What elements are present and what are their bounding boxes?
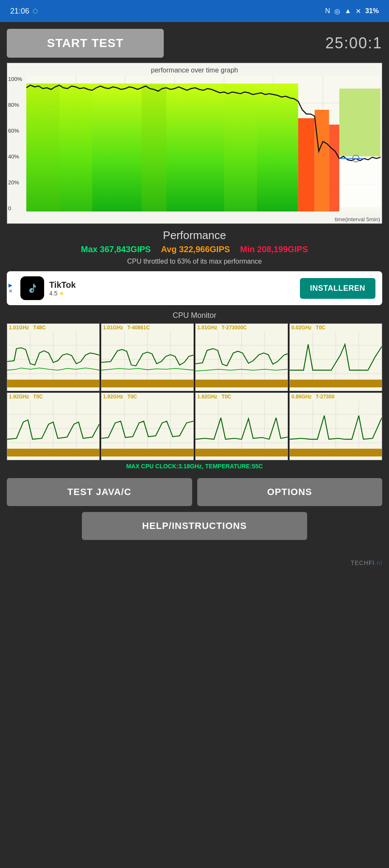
cpu-cell-2-header: 1.01GHz T-40861C	[103, 325, 150, 331]
cpu-cell-1-graph	[7, 331, 99, 387]
footer: TECHFI.nl	[0, 555, 389, 570]
signal-x-icon: ✕	[355, 7, 361, 15]
ad-arrow-icon: ▶✕	[8, 282, 13, 294]
cpu-cell-8-freq: 0.86GHz	[291, 394, 311, 400]
footer-tld: .nl	[375, 559, 382, 566]
cpu-cell-6-graph	[101, 401, 193, 456]
cpu-monitor-title: CPU Monitor	[7, 311, 382, 320]
cpu-cell-6-temp: T0C	[127, 394, 137, 400]
svg-rect-63	[7, 449, 99, 456]
status-left: 21:06 ⬡	[10, 7, 38, 16]
cpu-cell-3-graph	[196, 331, 288, 387]
cpu-grid: 1.01GHz T48C	[7, 323, 382, 460]
top-row: START TEST 25:00:1	[7, 29, 382, 58]
svg-rect-39	[101, 380, 193, 387]
svg-rect-31	[7, 380, 99, 387]
y-label-40: 40%	[8, 153, 22, 160]
bottom-buttons-row: TEST JAVA/C OPTIONS	[7, 478, 382, 506]
cpu-cell-8: 0.86GHz T-27300	[289, 392, 382, 460]
cpu-cell-8-header: 0.86GHz T-27300	[291, 394, 334, 400]
options-button[interactable]: OPTIONS	[197, 478, 383, 506]
help-instructions-button[interactable]: HELP/INSTRUCTIONS	[82, 512, 307, 540]
cpu-cell-7: 1.92GHz T0C	[195, 392, 288, 460]
cpu-cell-8-graph	[290, 401, 382, 456]
max-cpu-info: MAX CPU CLOCK:3.18GHz, TEMPERATURE:55C	[7, 460, 382, 472]
cpu-cell-2-temp: T-40861C	[127, 325, 150, 331]
cpu-cell-3-header: 1.01GHz T-273000C	[197, 325, 247, 331]
footer-brand: TECHFI	[351, 559, 375, 566]
start-test-button[interactable]: START TEST	[7, 29, 164, 58]
location-icon: ◎	[334, 7, 340, 15]
svg-rect-13	[59, 86, 92, 211]
cpu-cell-4-freq: 0.02GHz	[291, 325, 311, 331]
svg-rect-71	[101, 449, 193, 456]
cpu-cell-3: 1.01GHz T-273000C	[195, 323, 288, 391]
performance-graph: performance over time graph 100% 80% 60%…	[7, 63, 382, 224]
cpu-cell-1: 1.01GHz T48C	[7, 323, 100, 391]
performance-graph-svg	[26, 76, 381, 211]
svg-rect-17	[315, 110, 329, 211]
cpu-cell-2: 1.01GHz T-40861C	[101, 323, 194, 391]
y-label-20: 20%	[8, 179, 22, 186]
cpu-cell-7-freq: 1.92GHz	[197, 394, 217, 400]
cpu-cell-5-header: 1.92GHz T0C	[9, 394, 43, 400]
tiktok-icon	[20, 276, 44, 300]
cpu-cell-6-freq: 1.92GHz	[103, 394, 123, 400]
cpu-cell-1-temp: T48C	[33, 325, 45, 331]
y-label-0: 0	[8, 205, 22, 211]
install-button[interactable]: INSTALLEREN	[300, 278, 375, 299]
main-content: START TEST 25:00:1 performance over time…	[0, 22, 389, 555]
cpu-cell-8-temp: T-27300	[316, 394, 334, 400]
cpu-cell-5-temp: T0C	[33, 394, 43, 400]
ad-info: TikTok 4.5 ★	[49, 280, 76, 297]
cpu-cell-2-graph	[101, 331, 193, 387]
cpu-cell-3-freq: 1.01GHz	[197, 325, 217, 331]
svg-rect-16	[298, 118, 315, 211]
test-java-c-button[interactable]: TEST JAVA/C	[7, 478, 192, 506]
cpu-cell-6: 1.92GHz T0C	[101, 392, 194, 460]
throttle-text: CPU throttled to 63% of its max performa…	[7, 258, 382, 265]
graph-y-labels: 100% 80% 60% 40% 20% 0	[8, 76, 22, 211]
status-bar: 21:06 ⬡ N ◎ ▲ ✕ 31%	[0, 0, 389, 22]
status-time: 21:06	[10, 7, 29, 16]
nfc-icon: N	[325, 7, 330, 15]
cpu-cell-7-graph	[196, 401, 288, 456]
cpu-monitor-section: CPU Monitor 1.01GHz T48C	[7, 311, 382, 472]
wifi-icon: ▲	[344, 7, 351, 15]
cpu-cell-4-temp: T0C	[316, 325, 325, 331]
perf-avg: Avg 322,966GIPS	[161, 245, 230, 254]
ad-banner: ▶✕ TikTok 4.5 ★ INSTALLEREN	[7, 271, 382, 305]
y-label-60: 60%	[8, 128, 22, 134]
cpu-cell-7-temp: T0C	[221, 394, 231, 400]
graph-x-label: time(interval 5min)	[335, 216, 380, 223]
cpu-cell-4: 0.02GHz T0C	[289, 323, 382, 391]
svg-rect-14	[142, 84, 166, 211]
timer-display: 25:00:1	[325, 34, 382, 52]
ad-left: TikTok 4.5 ★	[14, 276, 76, 300]
perf-max: Max 367,843GIPS	[81, 245, 151, 254]
svg-rect-55	[290, 380, 382, 387]
cpu-cell-1-header: 1.01GHz T48C	[9, 325, 46, 331]
status-right: N ◎ ▲ ✕ 31%	[325, 7, 379, 15]
y-label-80: 80%	[8, 102, 22, 108]
cpu-cell-1-freq: 1.01GHz	[9, 325, 29, 331]
y-label-100: 100%	[8, 76, 22, 82]
svg-rect-79	[196, 449, 288, 456]
svg-rect-47	[196, 380, 288, 387]
cpu-cell-5-freq: 1.92GHz	[9, 394, 29, 400]
svg-rect-20	[339, 89, 381, 156]
perf-min: Min 208,199GIPS	[240, 245, 308, 254]
cpu-cell-5-graph	[7, 401, 99, 456]
cpu-cell-3-temp: T-273000C	[221, 325, 246, 331]
cpu-cell-4-header: 0.02GHz T0C	[291, 325, 325, 331]
performance-section: Performance Max 367,843GIPS Avg 322,966G…	[7, 229, 382, 265]
svg-rect-18	[329, 125, 339, 211]
battery-text: 31%	[365, 7, 379, 15]
svg-rect-87	[290, 449, 382, 456]
svg-rect-12	[26, 83, 59, 211]
cpu-cell-2-freq: 1.01GHz	[103, 325, 123, 331]
perf-title: Performance	[7, 229, 382, 242]
ad-name: TikTok	[49, 280, 76, 290]
status-indicator: ⬡	[33, 8, 38, 14]
ad-rating: 4.5 ★	[49, 290, 76, 297]
